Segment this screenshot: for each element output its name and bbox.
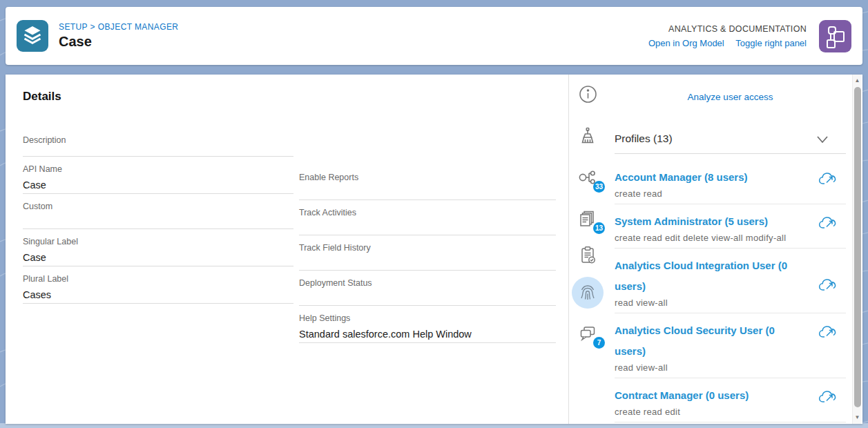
analytics-documentation-label: ANALYTICS & DOCUMENTATION <box>668 24 807 34</box>
badge: 33 <box>593 181 605 193</box>
profile-name-link[interactable]: Account Manager (8 users) <box>615 167 808 188</box>
field-value <box>23 149 293 157</box>
documents-icon[interactable]: 13 <box>572 203 604 235</box>
detail-field: Help Settings Standard salesforce.com He… <box>299 313 556 343</box>
profile-permissions: create read edit <box>615 406 846 418</box>
detail-field: Track Field History <box>299 242 556 271</box>
page-title: Case <box>59 34 178 50</box>
field-label: Deployment Status <box>299 278 556 289</box>
broom-icon[interactable] <box>572 120 604 152</box>
detail-field: Custom <box>23 201 293 229</box>
header-card: SETUP > OBJECT MANAGER Case ANALYTICS & … <box>6 7 862 65</box>
field-label: Singular Label <box>23 236 293 247</box>
profile-row: Contract Manager (0 users) create read e… <box>615 378 846 422</box>
field-value: Cases <box>23 288 293 304</box>
open-in-org-model-link[interactable]: Open in Org Model <box>648 38 724 48</box>
profile-row: Analytics Cloud Integration User (0 user… <box>615 249 846 313</box>
content-card: Details Description API Name Case Custom… <box>6 75 862 424</box>
details-left-column: Description API Name Case Custom Singula… <box>23 135 293 311</box>
profiles-section-header: Profiles (13) <box>615 131 846 154</box>
detail-field: Singular Label Case <box>23 236 293 266</box>
profile-name-link[interactable]: Analytics Cloud Security User (0 users) <box>615 320 808 362</box>
scrollbar[interactable]: ▲ ▼ <box>852 75 861 424</box>
chevron-down-icon[interactable] <box>814 133 831 146</box>
profile-row: System Administrator (5 users) create re… <box>615 204 846 249</box>
hierarchy-icon[interactable]: 33 <box>572 162 604 193</box>
chat-icon[interactable]: 7 <box>572 318 604 349</box>
org-model-icon <box>819 20 851 52</box>
breadcrumb-object-manager-link[interactable]: OBJECT MANAGER <box>98 22 179 32</box>
profile-list: Account Manager (8 users) create read Sy… <box>615 160 846 424</box>
detail-field: API Name Case <box>23 164 293 194</box>
field-value <box>299 292 556 306</box>
field-label: Track Field History <box>299 242 556 253</box>
scroll-down-arrow[interactable]: ▼ <box>853 413 862 422</box>
field-value: Standard salesforce.com Help Window <box>299 327 556 343</box>
profile-name-link[interactable]: Analytics Cloud Integration User (0 user… <box>615 255 808 297</box>
case-object-icon <box>17 20 48 52</box>
field-value: Case <box>23 178 293 194</box>
profile-permissions: read view-all <box>615 362 846 373</box>
field-label: Plural Label <box>23 273 293 284</box>
profile-permissions: create read edit delete view-all modify-… <box>615 232 846 244</box>
field-label: Description <box>23 135 293 146</box>
field-label: Help Settings <box>299 313 556 324</box>
breadcrumb: SETUP > OBJECT MANAGER <box>59 22 178 32</box>
bottom-strip <box>0 423 868 428</box>
cloud-open-icon[interactable] <box>818 278 836 293</box>
breadcrumb-separator: > <box>90 22 95 32</box>
fingerprint-icon[interactable] <box>572 277 604 309</box>
org-model-icon-button[interactable] <box>819 20 851 52</box>
access-panel: Analyze user access Profiles (13) Accoun… <box>615 75 846 424</box>
cloud-open-icon[interactable] <box>818 215 836 231</box>
field-label: Track Activities <box>299 207 556 218</box>
profile-name-link[interactable]: System Administrator (5 users) <box>615 211 808 232</box>
details-right-column: Enable Reports Track Activities Track Fi… <box>299 172 556 350</box>
cloud-open-icon[interactable] <box>818 389 836 405</box>
field-value <box>299 257 556 271</box>
field-label: API Name <box>23 164 293 175</box>
scroll-up-arrow[interactable]: ▲ <box>853 76 862 86</box>
field-label: Enable Reports <box>299 172 556 183</box>
detail-field: Plural Label Cases <box>23 273 293 304</box>
detail-field: Description <box>23 135 293 157</box>
panel-divider <box>568 75 569 424</box>
profile-permissions: read view-all <box>615 297 846 309</box>
field-value: Case <box>23 251 293 266</box>
analyze-user-access-link[interactable]: Analyze user access <box>615 92 846 102</box>
detail-field: Enable Reports <box>299 172 556 200</box>
cloud-open-icon[interactable] <box>818 324 836 340</box>
profile-row: Analytics Cloud Security User (0 users) … <box>615 313 846 378</box>
field-value <box>299 222 556 235</box>
details-heading: Details <box>23 90 61 104</box>
profile-name-link[interactable]: Contract Manager (0 users) <box>615 385 808 406</box>
clipboard-check-icon[interactable] <box>572 239 604 271</box>
profile-permissions: create read <box>615 188 846 200</box>
profile-row: Customer Success (4 users) <box>615 422 846 424</box>
field-label: Custom <box>23 201 293 212</box>
cloud-open-icon[interactable] <box>818 171 836 187</box>
field-value <box>299 186 556 200</box>
scroll-thumb[interactable] <box>854 87 861 407</box>
info-icon[interactable] <box>572 78 604 110</box>
badge: 7 <box>593 337 605 349</box>
toggle-right-panel-link[interactable]: Toggle right panel <box>735 38 807 48</box>
profile-row: Account Manager (8 users) create read <box>615 160 846 204</box>
profiles-section-title: Profiles (13) <box>615 133 673 144</box>
badge: 13 <box>593 222 605 234</box>
detail-field: Track Activities <box>299 207 556 235</box>
field-value <box>23 215 293 229</box>
detail-field: Deployment Status <box>299 278 556 306</box>
breadcrumb-setup-link[interactable]: SETUP <box>59 22 88 32</box>
